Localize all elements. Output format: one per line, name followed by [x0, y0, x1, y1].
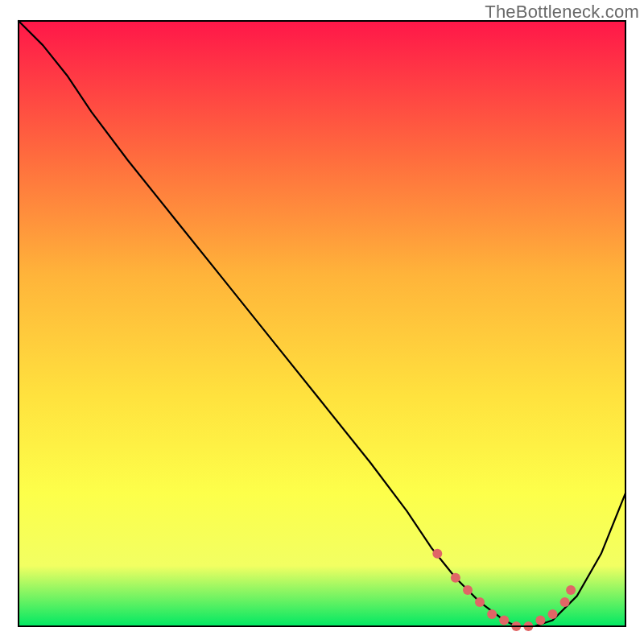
optimum-dot	[475, 597, 485, 607]
bottleneck-chart	[0, 0, 644, 644]
watermark-text: TheBottleneck.com	[485, 2, 639, 23]
optimum-dot	[432, 549, 442, 559]
optimum-dot	[566, 585, 576, 595]
optimum-dot	[548, 609, 558, 619]
optimum-dot	[487, 609, 497, 619]
chart-container: TheBottleneck.com	[0, 0, 644, 644]
optimum-dot	[451, 573, 460, 583]
optimum-dot	[499, 616, 509, 625]
optimum-dot	[463, 585, 473, 595]
optimum-dot	[535, 616, 545, 625]
gradient-background	[19, 21, 625, 626]
optimum-dot	[560, 597, 570, 607]
